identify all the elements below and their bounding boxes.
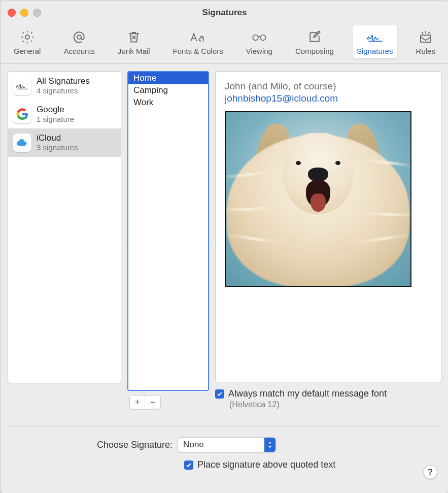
column-resize-handle[interactable]: ⋮ bbox=[125, 243, 129, 248]
signature-item[interactable]: Camping bbox=[128, 84, 208, 96]
signature-image bbox=[225, 111, 411, 287]
svg-point-3 bbox=[260, 35, 266, 41]
tab-signatures[interactable]: Signatures bbox=[353, 25, 397, 58]
compose-icon bbox=[305, 28, 324, 46]
account-all-signatures[interactable]: All Signatures 4 signatures bbox=[8, 72, 121, 100]
tab-general[interactable]: General bbox=[10, 25, 45, 58]
tab-composing[interactable]: Composing bbox=[291, 25, 338, 58]
svg-point-1 bbox=[77, 35, 81, 39]
match-font-checkbox[interactable] bbox=[215, 389, 224, 399]
signature-item[interactable]: Home bbox=[128, 72, 208, 84]
tab-label: General bbox=[14, 47, 41, 55]
account-name: Google bbox=[37, 104, 74, 115]
zoom-window-button[interactable] bbox=[33, 9, 41, 17]
tab-label: Composing bbox=[295, 47, 334, 55]
choose-signature-value: None bbox=[178, 440, 264, 450]
tab-fonts-colors[interactable]: Fonts & Colors bbox=[168, 25, 227, 58]
tab-label: Rules bbox=[416, 47, 435, 55]
tab-label: Fonts & Colors bbox=[173, 47, 223, 55]
help-button[interactable]: ? bbox=[423, 465, 437, 479]
close-window-button[interactable] bbox=[8, 9, 16, 17]
google-icon bbox=[13, 105, 31, 123]
preferences-toolbar: General Accounts Junk Mail Fonts & Color… bbox=[1, 25, 448, 64]
choose-signature-label: Choose Signature: bbox=[97, 440, 173, 450]
minimize-window-button[interactable] bbox=[20, 9, 28, 17]
place-above-checkbox[interactable] bbox=[184, 461, 193, 470]
trash-icon bbox=[125, 28, 143, 46]
signature-editor[interactable]: John (and Milo, of course) johnbishop15@… bbox=[215, 71, 441, 382]
account-count: 4 signatures bbox=[37, 86, 90, 96]
svg-rect-4 bbox=[421, 35, 431, 42]
font-icon bbox=[189, 28, 207, 46]
window-title: Signatures bbox=[1, 8, 448, 18]
account-count: 3 signatures bbox=[37, 143, 78, 153]
remove-signature-button[interactable]: − bbox=[145, 396, 160, 409]
glasses-icon bbox=[250, 28, 268, 46]
preview-column: John (and Milo, of course) johnbishop15@… bbox=[215, 71, 441, 409]
column-resize-handle[interactable]: ⋮ bbox=[213, 243, 217, 248]
choose-signature-row: Choose Signature: None bbox=[97, 437, 437, 452]
choose-signature-popup[interactable]: None bbox=[178, 437, 276, 452]
popup-arrows-icon bbox=[264, 438, 275, 452]
match-font-row: Always match my default message font bbox=[215, 388, 441, 399]
account-name: All Signatures bbox=[37, 76, 90, 86]
accounts-list: All Signatures 4 signatures Google 1 sig… bbox=[8, 71, 121, 383]
match-font-label: Always match my default message font bbox=[228, 388, 387, 399]
tab-label: Signatures bbox=[357, 47, 393, 55]
account-name: iCloud bbox=[37, 133, 78, 143]
signature-item[interactable]: Work bbox=[128, 96, 208, 109]
tab-label: Accounts bbox=[63, 47, 95, 55]
tab-rules[interactable]: Rules bbox=[412, 25, 439, 58]
signature-icon bbox=[366, 28, 384, 46]
at-icon bbox=[70, 28, 88, 46]
main-content: All Signatures 4 signatures Google 1 sig… bbox=[1, 64, 448, 416]
tab-label: Viewing bbox=[246, 47, 272, 55]
svg-point-0 bbox=[25, 35, 29, 39]
tab-junk-mail[interactable]: Junk Mail bbox=[114, 25, 154, 58]
rules-icon bbox=[417, 28, 435, 46]
window-controls bbox=[8, 9, 41, 17]
signatures-list[interactable]: Home Camping Work bbox=[127, 71, 209, 391]
add-signature-button[interactable]: + bbox=[130, 396, 145, 409]
signatures-column: Home Camping Work + − bbox=[127, 71, 209, 409]
signature-text-name: John (and Milo, of course) bbox=[225, 81, 432, 92]
titlebar: Signatures bbox=[1, 1, 448, 25]
add-remove-buttons: + − bbox=[129, 395, 161, 409]
place-above-label: Place signature above quoted text bbox=[197, 459, 335, 470]
tab-label: Junk Mail bbox=[118, 47, 150, 55]
tab-viewing[interactable]: Viewing bbox=[242, 25, 277, 58]
account-google[interactable]: Google 1 signature bbox=[8, 100, 121, 128]
account-count: 1 signature bbox=[37, 115, 74, 124]
tab-accounts[interactable]: Accounts bbox=[59, 25, 99, 58]
icloud-icon bbox=[13, 134, 31, 152]
signature-text-email: johnbishop15@icloud.com bbox=[225, 93, 432, 104]
account-icloud[interactable]: iCloud 3 signatures bbox=[8, 128, 121, 157]
svg-point-2 bbox=[253, 35, 258, 41]
footer: Choose Signature: None Place signature a… bbox=[1, 427, 448, 480]
gear-icon bbox=[18, 28, 37, 46]
font-hint: (Helvetica 12) bbox=[229, 400, 441, 409]
preferences-window: Signatures General Accounts Junk Mail Fo… bbox=[0, 0, 448, 493]
place-above-row: Place signature above quoted text bbox=[184, 459, 437, 470]
signature-account-icon bbox=[13, 77, 31, 95]
